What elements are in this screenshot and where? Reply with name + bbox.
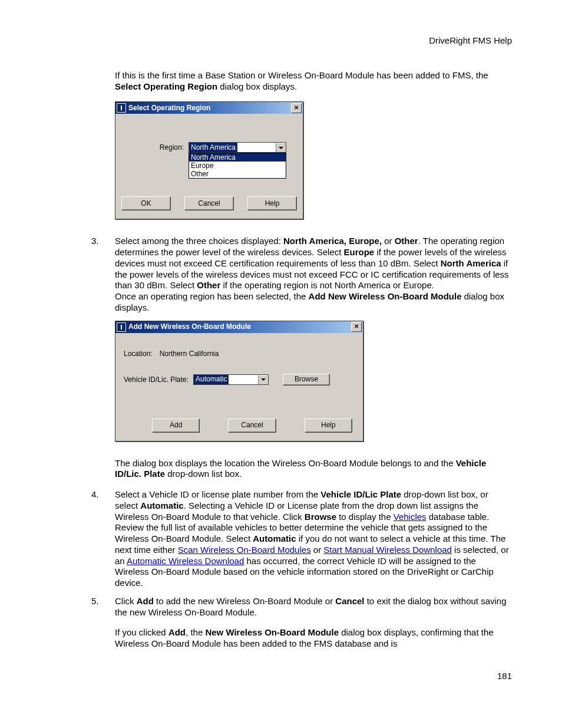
post-dlg2-paragraph: The dialog box displays the location the… (115, 458, 509, 480)
dialog-title: Select Operating Region (128, 104, 291, 113)
app-icon (117, 322, 126, 332)
ok-button[interactable]: OK (121, 196, 171, 210)
region-option[interactable]: North America (189, 153, 286, 162)
bold: Add (137, 596, 154, 606)
bold: Add New Wireless On-Board Module (309, 291, 462, 301)
list-number: 3. (91, 236, 115, 313)
bold: Automatic (253, 533, 296, 543)
region-dropdown-list[interactable]: North America Europe Other (189, 153, 286, 179)
dialog-titlebar: Add New Wireless On-Board Module ✕ (115, 321, 363, 333)
bold: Automatic (140, 500, 183, 510)
region-combobox[interactable]: North America (189, 142, 286, 153)
region-option[interactable]: Europe (189, 162, 286, 170)
vehicles-link[interactable]: Vehicles (394, 512, 427, 522)
page-header: DriveRight FMS Help (91, 35, 512, 47)
text: to add the new Wireless On-Board Module … (154, 596, 335, 606)
dialog-titlebar: Select Operating Region ✕ (115, 102, 303, 114)
help-button[interactable]: Help (247, 196, 297, 210)
dialog-title: Add New Wireless On-Board Module (128, 322, 351, 331)
text: Once an operating region has been select… (115, 291, 309, 301)
text: drop-down list box. (165, 469, 242, 479)
chevron-down-icon[interactable] (258, 375, 268, 384)
select-operating-region-dialog: Select Operating Region ✕ Region: North … (115, 101, 303, 219)
step-3-body: Select among the three choices displayed… (115, 236, 509, 313)
help-button[interactable]: Help (305, 419, 352, 433)
region-value: North America (189, 143, 237, 152)
list-number: 5. (91, 596, 115, 650)
cancel-button[interactable]: Cancel (228, 419, 276, 433)
text: to display the (336, 512, 394, 522)
page-number: 181 (91, 671, 512, 682)
vehicle-label: Vehicle ID/Lic. Plate: (124, 374, 193, 384)
manual-download-link[interactable]: Start Manual Wireless Download (323, 545, 452, 555)
bold: Add (168, 627, 186, 637)
intro-paragraph: If this is the first time a Base Station… (115, 70, 509, 93)
bold: Other (197, 280, 220, 290)
chevron-down-icon[interactable] (276, 143, 286, 152)
text: The dialog box displays the location the… (115, 458, 456, 468)
region-option[interactable]: Other (189, 170, 286, 178)
text: Select a Vehicle ID or license plate num… (115, 489, 320, 499)
close-icon[interactable]: ✕ (291, 103, 302, 113)
close-icon[interactable]: ✕ (351, 322, 362, 332)
app-icon (117, 103, 126, 113)
text: If you clicked (115, 627, 168, 637)
text: , the (186, 627, 205, 637)
vehicle-value: Automatic (194, 375, 229, 384)
vehicle-combobox[interactable]: Automatic (193, 374, 269, 385)
auto-download-link[interactable]: Automatic Wireless Download (127, 556, 244, 566)
cancel-button[interactable]: Cancel (184, 196, 234, 210)
bold: North America, Europe, (283, 236, 382, 246)
region-label: Region: (119, 142, 189, 152)
text: or (311, 545, 324, 555)
bold: Vehicle ID/Lic Plate (320, 489, 401, 499)
text: Click (115, 596, 137, 606)
list-number: 4. (91, 489, 115, 589)
bold: North America (441, 258, 501, 268)
bold: Select Operating Region (115, 81, 217, 91)
browse-button[interactable]: Browse (283, 374, 330, 386)
bold: Other (395, 236, 418, 246)
add-button[interactable]: Add (152, 419, 200, 433)
bold: Browse (305, 512, 336, 522)
text: If this is the first time a Base Station… (115, 70, 488, 80)
text: if the operating region is not North Ame… (220, 280, 434, 290)
text: or (382, 236, 395, 246)
text: Select among the three choices displayed… (115, 236, 283, 246)
step-4-body: Select a Vehicle ID or license plate num… (115, 489, 509, 589)
bold: New Wireless On-Board Module (205, 627, 339, 637)
add-wireless-module-dialog: Add New Wireless On-Board Module ✕ Locat… (115, 321, 363, 442)
location-label: Location: (124, 348, 160, 358)
bold: Europe (344, 247, 375, 257)
location-value: Northern California (160, 348, 219, 358)
scan-wireless-link[interactable]: Scan Wireless On-Board Modules (178, 545, 311, 555)
bold: Cancel (335, 596, 364, 606)
text: dialog box displays. (217, 81, 297, 91)
step-5-body: Click Add to add the new Wireless On-Boa… (115, 596, 509, 650)
